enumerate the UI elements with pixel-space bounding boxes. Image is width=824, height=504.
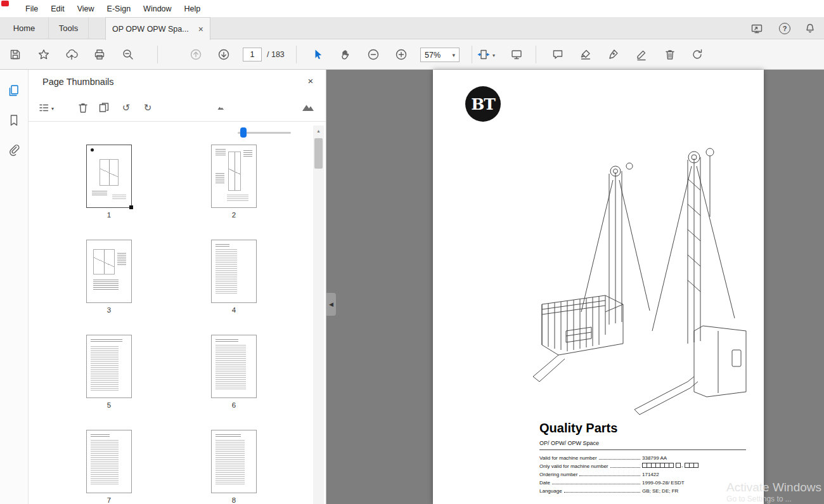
- thumbnail-page-number: 1: [86, 211, 132, 219]
- zoom-in-icon[interactable]: [395, 48, 408, 61]
- field-row: Date 1999-09-28/ ESDT: [539, 477, 746, 486]
- thumbnail-page-2[interactable]: 2: [211, 145, 257, 219]
- forklift-line-drawing: [528, 141, 750, 417]
- thumbnail-page-5[interactable]: 5: [86, 335, 132, 409]
- menu-bar: File Edit View E-Sign Window Help: [0, 0, 824, 17]
- document-view-area[interactable]: ◀ BT: [326, 70, 824, 504]
- page-thumbnails-panel: Page Thumbnails × ▾ ↺ ↻: [29, 70, 326, 504]
- thumbnail-page-number: 2: [211, 211, 257, 219]
- star-icon[interactable]: [37, 48, 50, 61]
- delete-pages-icon[interactable]: [77, 101, 89, 114]
- hand-tool-icon[interactable]: [339, 48, 352, 61]
- chevron-down-icon: ▾: [452, 52, 455, 58]
- field-row: Ordering number 171422: [539, 469, 746, 477]
- scroll-up-icon[interactable]: ▲: [313, 126, 324, 136]
- close-tab-icon[interactable]: ×: [198, 25, 203, 34]
- chevron-down-icon[interactable]: ▾: [51, 106, 54, 112]
- reading-mode-icon[interactable]: [510, 48, 523, 61]
- navigation-rail: [0, 70, 29, 504]
- thumbnail-page-number: 7: [86, 496, 132, 504]
- thumbnails-scrollbar[interactable]: ▲: [313, 126, 324, 504]
- extract-pages-icon[interactable]: [98, 101, 110, 114]
- field-row: Language GB; SE; DE; FR: [539, 486, 746, 494]
- notifications-bell-icon[interactable]: [802, 21, 818, 36]
- thumbnail-page-number: 3: [86, 306, 132, 314]
- thumbnail-options-icon[interactable]: [37, 101, 50, 114]
- machine-number-boxes: -: [642, 463, 746, 469]
- rotate-left-icon[interactable]: ↺: [120, 101, 132, 114]
- field-row: Valid for machine number 338799 AA: [539, 453, 746, 461]
- thumbnail-page-number: 4: [211, 306, 257, 314]
- dotted-leader: [579, 475, 640, 476]
- page-thumbnails-icon[interactable]: [7, 84, 21, 98]
- attachments-paperclip-icon[interactable]: [7, 143, 21, 157]
- scrollbar-thumb[interactable]: [314, 138, 323, 169]
- zoom-out-icon[interactable]: [367, 48, 380, 61]
- highlight-icon[interactable]: [579, 48, 592, 61]
- thumbnail-page-8[interactable]: 8: [211, 430, 257, 504]
- tab-tools[interactable]: Tools: [48, 17, 89, 39]
- previous-page-icon[interactable]: [190, 48, 202, 61]
- page-count-label: / 183: [267, 50, 285, 59]
- next-page-icon[interactable]: [217, 48, 230, 61]
- enlarge-thumbnails-icon[interactable]: [302, 101, 314, 113]
- bookmarks-icon[interactable]: [7, 113, 21, 127]
- tab-home[interactable]: Home: [0, 17, 48, 39]
- share-screen-icon[interactable]: [749, 21, 764, 36]
- menu-edit[interactable]: Edit: [44, 4, 71, 13]
- field-label: Date: [539, 480, 550, 486]
- menu-help[interactable]: Help: [178, 4, 207, 13]
- document-tab-label: OP OPW OPW Spa...: [112, 25, 193, 34]
- edit-pen-icon[interactable]: [635, 48, 648, 61]
- field-label: Language: [539, 488, 562, 494]
- menu-window[interactable]: Window: [137, 4, 177, 13]
- delete-trash-icon[interactable]: [664, 48, 676, 61]
- field-value: 1999-09-28/ ESDT: [642, 480, 746, 486]
- zoom-level-value: 57%: [425, 51, 441, 60]
- menu-file[interactable]: File: [19, 4, 44, 13]
- panel-close-icon[interactable]: ×: [305, 75, 316, 86]
- thumbnail-page-4[interactable]: 4: [211, 240, 257, 314]
- rotate-right-icon[interactable]: ↻: [141, 101, 154, 114]
- pdf-page: BT: [433, 70, 764, 504]
- toolbar-separator: [157, 46, 158, 63]
- page-number-input[interactable]: [243, 48, 262, 61]
- field-label: Only valid for machine number: [539, 463, 608, 469]
- tab-document[interactable]: OP OPW OPW Spa... ×: [105, 17, 210, 40]
- collapse-panel-icon[interactable]: ◀: [326, 293, 336, 316]
- toolbar-separator: [296, 46, 297, 63]
- zoom-search-icon[interactable]: [122, 48, 134, 61]
- chevron-down-icon[interactable]: ▾: [492, 53, 495, 58]
- fit-page-icon[interactable]: [477, 48, 490, 61]
- main-toolbar: / 183 57% ▾ ▾: [0, 39, 824, 70]
- zoom-level-dropdown[interactable]: 57% ▾: [420, 48, 460, 62]
- reduce-thumbnails-icon[interactable]: [217, 104, 229, 117]
- thumbnail-grid: 1 2 3 4: [29, 122, 326, 504]
- rotate-icon[interactable]: [691, 48, 704, 61]
- document-subtitle: OP/ OPW/ OPW Space: [539, 440, 599, 446]
- current-page-beacon: [129, 205, 133, 209]
- thumbnail-page-7[interactable]: 7: [86, 430, 132, 504]
- document-fields: Valid for machine number 338799 AA Only …: [539, 449, 746, 494]
- field-label: Ordering number: [539, 472, 577, 477]
- thumbnail-page-6[interactable]: 6: [211, 335, 257, 409]
- print-icon[interactable]: [93, 48, 106, 61]
- menu-esign[interactable]: E-Sign: [101, 4, 138, 13]
- thumbnail-page-number: 5: [86, 401, 132, 409]
- save-icon[interactable]: [9, 48, 22, 61]
- sign-icon[interactable]: [607, 48, 619, 61]
- comment-icon[interactable]: [551, 48, 564, 61]
- field-label: Valid for machine number: [539, 455, 597, 461]
- menu-view[interactable]: View: [71, 4, 101, 13]
- dotted-leader: [610, 467, 641, 468]
- toolbar-separator: [472, 46, 472, 63]
- help-icon[interactable]: ?: [777, 21, 792, 36]
- field-value: 171422: [642, 472, 746, 477]
- share-upload-icon[interactable]: [65, 48, 78, 61]
- select-tool-icon[interactable]: [311, 48, 324, 61]
- field-row: Only valid for machine number -: [539, 461, 746, 469]
- thumbnail-page-number: 6: [211, 401, 257, 409]
- document-title: Quality Parts: [539, 421, 617, 436]
- thumbnail-page-1[interactable]: 1: [86, 145, 132, 219]
- thumbnail-page-3[interactable]: 3: [86, 240, 132, 314]
